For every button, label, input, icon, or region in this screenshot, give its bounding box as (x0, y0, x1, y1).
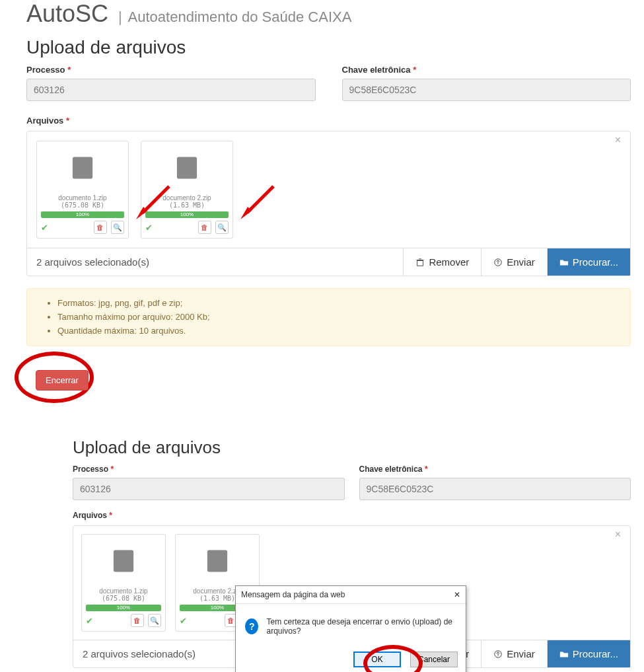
trash-icon (415, 258, 425, 267)
close-icon[interactable]: × (611, 134, 625, 146)
file-name: documento 1.zip (82, 587, 165, 595)
file-thumb: documento 1.zip (675.08 KB) 100% ✔ 🗑 🔍 (36, 141, 129, 239)
file-name: documento 2.zip (141, 194, 233, 202)
zoom-file-button[interactable]: 🔍 (215, 221, 229, 234)
svg-rect-1 (76, 163, 84, 165)
file-thumb: documento 2.zip (1.63 MB) 100% ✔ 🗑 🔍 (141, 141, 233, 239)
svg-rect-22 (211, 561, 223, 564)
svg-rect-7 (180, 173, 193, 176)
dialog-cancel-button[interactable]: Cancelar (410, 652, 458, 667)
file-icon (176, 535, 259, 583)
zoom-file-button[interactable]: 🔍 (111, 221, 124, 234)
close-icon[interactable]: × (611, 529, 625, 541)
send-button[interactable]: Enviar (481, 248, 547, 276)
label-chave: Chave eletrônica * (359, 465, 631, 474)
delete-file-button[interactable]: 🗑 (198, 221, 211, 234)
folder-open-icon (559, 258, 569, 267)
file-icon (141, 141, 233, 190)
file-thumb: documento 1.zip (675.08 KB) 100% ✔ 🗑 🔍 (81, 534, 166, 632)
annotation-arrow-icon (237, 183, 277, 223)
dialog-close-icon[interactable]: ✕ (454, 590, 460, 599)
files-panel: × documento 1.zip (675.08 KB) 100% ✔ 🗑 🔍 (26, 131, 631, 276)
upload-icon (493, 650, 503, 659)
app-subtitle: Autoatendimento do Saúde CAIXA (128, 9, 352, 25)
label-processo: Processo * (26, 65, 316, 75)
dialog-title: Mensagem da página da web (241, 590, 345, 599)
svg-rect-17 (117, 556, 125, 558)
info-box: Formatos: jpg, png, gif, pdf e zip; Tama… (26, 288, 631, 346)
svg-rect-23 (211, 567, 223, 570)
app-title: AutoSC | Autoatendimento do Saúde CAIXA (26, 0, 631, 28)
check-icon: ✔ (145, 223, 153, 233)
progress-bar: 100% (145, 211, 229, 218)
input-chave (359, 478, 631, 500)
file-name: documento 1.zip (37, 194, 128, 202)
svg-rect-21 (211, 556, 219, 558)
label-processo: Processo * (73, 465, 345, 474)
app-separator: | (118, 9, 122, 25)
input-processo (73, 478, 345, 500)
label-arquivos: Arquivos * (26, 116, 631, 126)
file-size: (1.63 MB) (141, 202, 233, 209)
progress-bar: 100% (41, 211, 124, 218)
question-icon: ? (245, 618, 258, 634)
send-button[interactable]: Enviar (481, 640, 547, 667)
file-size: (675.08 KB) (37, 202, 128, 209)
svg-rect-12 (417, 260, 423, 266)
svg-rect-19 (117, 567, 129, 570)
upload-icon (493, 258, 503, 267)
files-panel-footer: 2 arquivos selecionado(s) Remover Enviar… (27, 248, 630, 276)
label-chave: Chave eletrônica * (342, 65, 631, 75)
confirm-dialog: Mensagem da página da web ✕ ? Tem certez… (235, 585, 466, 672)
delete-file-button[interactable]: 🗑 (131, 614, 144, 627)
svg-rect-5 (180, 163, 188, 165)
browse-button[interactable]: Procurar... (547, 640, 630, 667)
info-line: Formatos: jpg, png, gif, pdf e zip; (57, 297, 612, 311)
svg-line-10 (247, 186, 273, 213)
input-chave (342, 79, 631, 101)
info-line: Quantidade máxima: 10 arquivos. (57, 324, 612, 338)
file-size: (675.08 KB) (82, 595, 165, 602)
browse-button[interactable]: Procurar... (547, 248, 630, 276)
file-icon (37, 141, 128, 190)
svg-rect-2 (76, 168, 89, 170)
check-icon: ✔ (41, 223, 48, 233)
svg-rect-18 (117, 561, 129, 564)
svg-rect-6 (180, 168, 193, 170)
svg-marker-11 (240, 207, 252, 219)
app-brand: AutoSC (26, 0, 108, 27)
check-icon: ✔ (86, 616, 93, 626)
zoom-file-button[interactable]: 🔍 (148, 614, 161, 627)
dialog-ok-button[interactable]: OK (353, 652, 401, 667)
folder-open-icon (559, 650, 569, 659)
svg-rect-3 (76, 173, 89, 176)
info-line: Tamanho máximo por arquivo: 2000 Kb; (57, 311, 612, 324)
input-processo (26, 79, 316, 101)
page-title: Upload de arquivos (73, 437, 631, 458)
dialog-message: Tem certeza que deseja encerrar o envio … (266, 617, 456, 636)
selected-count: 2 arquivos selecionado(s) (27, 248, 403, 276)
page-title: Upload de arquivos (26, 37, 631, 58)
file-icon (82, 535, 165, 583)
label-arquivos: Arquivos * (73, 511, 631, 520)
encerrar-button[interactable]: Encerrar (36, 370, 89, 391)
progress-bar: 100% (86, 605, 161, 611)
remove-button[interactable]: Remover (403, 248, 481, 276)
delete-file-button[interactable]: 🗑 (94, 221, 107, 234)
check-icon: ✔ (180, 616, 187, 626)
